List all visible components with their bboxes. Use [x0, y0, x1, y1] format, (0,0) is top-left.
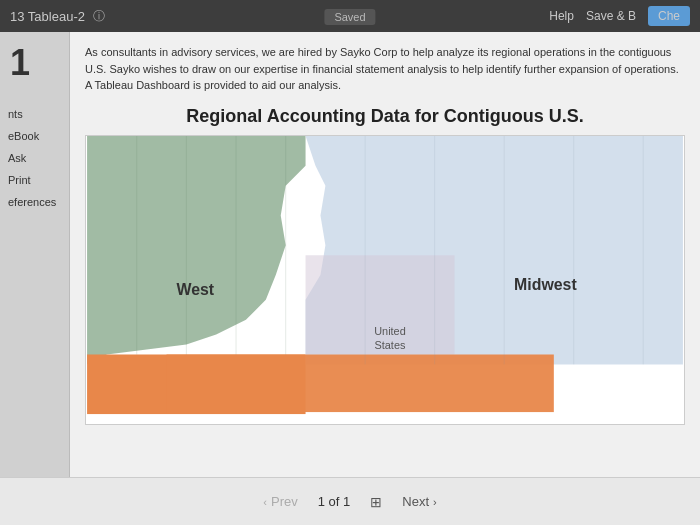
bottom-nav: ‹ Prev 1 of 1 ⊞ Next ›	[0, 477, 700, 525]
united-states-label: United	[374, 324, 406, 336]
prev-label: Prev	[271, 494, 298, 509]
top-bar: 13 Tableau-2 ⓘ Saved Help Save & B Che	[0, 0, 700, 32]
sidebar-item-ebook[interactable]: eBook	[0, 126, 69, 146]
sidebar-number: 1	[0, 42, 69, 94]
map-svg: West Midwest United States	[86, 136, 684, 424]
sidebar-item-references[interactable]: eferences	[0, 192, 69, 212]
left-sidebar: 1 nts eBook Ask Print eferences	[0, 32, 70, 477]
help-link[interactable]: Help	[549, 9, 574, 23]
check-button[interactable]: Che	[648, 6, 690, 26]
chart-title: Regional Accounting Data for Contiguous …	[85, 106, 685, 127]
prev-button[interactable]: ‹ Prev	[263, 494, 297, 509]
grid-icon[interactable]: ⊞	[370, 494, 382, 510]
map-container: West Midwest United States	[85, 135, 685, 425]
next-button[interactable]: Next ›	[402, 494, 436, 509]
info-icon[interactable]: ⓘ	[93, 8, 105, 25]
svg-rect-4	[167, 354, 554, 412]
intro-text: As consultants in advisory services, we …	[85, 44, 685, 94]
sidebar-item-nts[interactable]: nts	[0, 104, 69, 124]
saved-badge: Saved	[324, 9, 375, 25]
next-chevron-icon: ›	[433, 496, 437, 508]
sidebar-item-print[interactable]: Print	[0, 170, 69, 190]
top-bar-center: Saved	[324, 7, 375, 25]
save-link[interactable]: Save & B	[586, 9, 636, 23]
top-bar-left: 13 Tableau-2 ⓘ	[10, 8, 105, 25]
top-bar-right: Help Save & B Che	[549, 6, 690, 26]
next-label: Next	[402, 494, 429, 509]
sidebar-item-ask[interactable]: Ask	[0, 148, 69, 168]
sidebar-items: nts eBook Ask Print eferences	[0, 104, 69, 212]
midwest-label: Midwest	[514, 275, 577, 292]
page-info: 1 of 1	[318, 494, 351, 509]
content-area: As consultants in advisory services, we …	[70, 32, 700, 477]
prev-chevron-icon: ‹	[263, 496, 267, 508]
west-label: West	[176, 280, 214, 297]
svg-text:States: States	[375, 338, 406, 350]
app-title: 13 Tableau-2	[10, 9, 85, 24]
svg-marker-0	[87, 136, 305, 364]
main-layout: 1 nts eBook Ask Print eferences As consu…	[0, 32, 700, 477]
